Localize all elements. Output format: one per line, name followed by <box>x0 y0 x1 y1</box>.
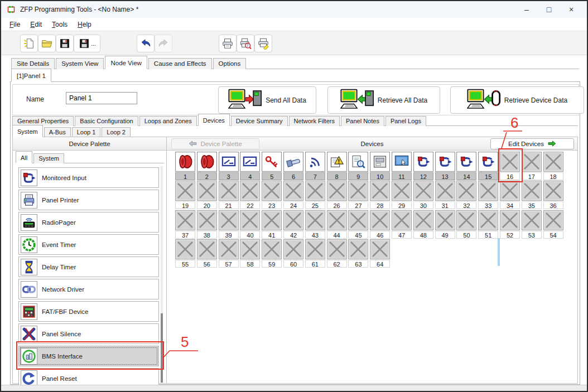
device-cell-26[interactable]: 26 <box>327 181 347 209</box>
send-all-data-button[interactable]: Send All Data <box>218 86 316 114</box>
device-cell-9[interactable]: 9 <box>348 152 368 180</box>
retrieve-all-data-button[interactable]: Retrieve All Data <box>327 86 440 114</box>
tab-panel-logs[interactable]: Panel Logs <box>385 116 426 126</box>
device-cell-53[interactable]: 53 <box>522 210 542 239</box>
device-cell-31[interactable]: 31 <box>435 181 455 209</box>
tab-node-view[interactable]: Node View <box>105 56 147 69</box>
tab-panel-notes[interactable]: Panel Notes <box>341 116 384 126</box>
palette-tab-system[interactable]: System <box>33 153 64 163</box>
palette-item-bms-interface[interactable]: BMS Interface <box>18 346 159 366</box>
tab--1-panel-1[interactable]: [1]Panel 1 <box>11 69 51 82</box>
minimize-button[interactable]: – <box>515 5 538 14</box>
device-cell-52[interactable]: 52 <box>500 210 520 239</box>
device-cell-44[interactable]: 44 <box>327 210 347 239</box>
device-cell-28[interactable]: 28 <box>370 181 390 209</box>
close-button[interactable]: × <box>560 5 582 14</box>
device-cell-47[interactable]: 47 <box>392 210 412 239</box>
device-cell-61[interactable]: 61 <box>305 239 325 268</box>
palette-item-delay-timer[interactable]: Delay Timer <box>18 257 159 277</box>
device-cell-57[interactable]: 57 <box>219 239 239 268</box>
device-cell-63[interactable]: 63 <box>348 239 368 268</box>
device-cell-30[interactable]: 30 <box>413 181 433 209</box>
retrieve-device-data-button[interactable]: Retrieve Device Data <box>450 86 584 114</box>
device-cell-35[interactable]: 35 <box>522 181 542 209</box>
palette-item-panel-silence[interactable]: Panel Silence <box>18 323 159 344</box>
panel-name-input[interactable] <box>66 92 137 104</box>
device-cell-46[interactable]: 46 <box>370 210 390 239</box>
device-cell-1[interactable]: 1 <box>175 152 195 180</box>
palette-tab-all[interactable]: All <box>16 151 32 163</box>
device-cell-51[interactable]: 51 <box>478 210 498 239</box>
edit-devices-button[interactable]: Edit Devices <box>490 138 574 149</box>
menu-edit[interactable]: Edit <box>25 19 47 30</box>
tab-a-bus[interactable]: A-Bus <box>44 127 71 137</box>
tab-basic-configuration[interactable]: Basic Configuration <box>75 116 138 126</box>
device-cell-18[interactable]: 18 <box>543 152 563 180</box>
device-cell-16[interactable]: 16 <box>500 152 520 180</box>
menu-tools[interactable]: Tools <box>47 19 73 30</box>
device-cell-33[interactable]: 33 <box>478 181 498 209</box>
tab-cause-and-effects[interactable]: Cause and Effects <box>148 58 212 69</box>
device-cell-48[interactable]: 48 <box>413 210 433 239</box>
device-cell-6[interactable]: 6 <box>283 152 303 180</box>
device-cell-19[interactable]: 19 <box>175 181 195 209</box>
device-cell-11[interactable]: 11 <box>392 152 412 180</box>
tab-system-view[interactable]: System View <box>56 58 104 69</box>
device-cell-8[interactable]: 8 <box>327 152 347 180</box>
palette-item-panel-printer[interactable]: Panel Printer <box>18 190 159 210</box>
device-cell-7[interactable]: 7 <box>305 152 325 180</box>
tab-device-summary[interactable]: Device Summary <box>231 116 288 126</box>
device-cell-24[interactable]: 24 <box>283 181 303 209</box>
device-cell-58[interactable]: 58 <box>240 239 260 268</box>
tab-options[interactable]: Options <box>213 58 247 69</box>
device-cell-59[interactable]: 59 <box>262 239 282 268</box>
open-file-button[interactable] <box>38 35 56 52</box>
redo-button[interactable] <box>155 35 172 52</box>
undo-button[interactable] <box>137 35 155 52</box>
device-cell-41[interactable]: 41 <box>262 210 282 239</box>
device-cell-15[interactable]: 15 <box>478 152 498 180</box>
palette-item-radiopager[interactable]: RadioPager <box>18 212 159 233</box>
maximize-button[interactable]: □ <box>538 5 560 14</box>
device-cell-29[interactable]: 29 <box>392 181 412 209</box>
device-cell-13[interactable]: 13 <box>435 152 455 180</box>
device-cell-21[interactable]: 21 <box>219 181 239 209</box>
device-cell-4[interactable]: 4 <box>240 152 260 180</box>
device-cell-50[interactable]: 50 <box>456 210 476 239</box>
device-cell-60[interactable]: 60 <box>283 239 303 268</box>
device-cell-23[interactable]: 23 <box>262 181 282 209</box>
device-cell-37[interactable]: 37 <box>175 210 195 239</box>
device-palette-back-button[interactable]: Device Palette <box>171 138 259 149</box>
device-cell-10[interactable]: 10 <box>370 152 390 180</box>
device-cell-49[interactable]: 49 <box>435 210 455 239</box>
menu-help[interactable]: Help <box>73 19 97 30</box>
device-cell-45[interactable]: 45 <box>348 210 368 239</box>
tab-loop-2[interactable]: Loop 2 <box>102 127 131 137</box>
tab-site-details[interactable]: Site Details <box>11 58 55 69</box>
device-cell-25[interactable]: 25 <box>305 181 325 209</box>
palette-item-network-driver[interactable]: Network Driver <box>18 279 159 299</box>
device-cell-2[interactable]: 2 <box>197 152 217 180</box>
device-cell-62[interactable]: 62 <box>327 239 347 268</box>
tab-system[interactable]: System <box>12 125 43 137</box>
device-cell-39[interactable]: 39 <box>219 210 239 239</box>
print-button[interactable] <box>219 35 237 52</box>
device-cell-34[interactable]: 34 <box>500 181 520 209</box>
device-cell-20[interactable]: 20 <box>197 181 217 209</box>
device-cell-3[interactable]: 3 <box>219 152 239 180</box>
device-cell-54[interactable]: 54 <box>543 210 563 239</box>
palette-item-event-timer[interactable]: Event Timer <box>18 234 159 255</box>
tab-network-filters[interactable]: Network Filters <box>289 116 340 126</box>
device-cell-42[interactable]: 42 <box>283 210 303 239</box>
device-cell-43[interactable]: 43 <box>305 210 325 239</box>
device-cell-5[interactable]: 5 <box>262 152 282 180</box>
palette-item-fat-fbf-device[interactable]: FAT/FBF Device <box>18 301 159 322</box>
new-file-button[interactable] <box>20 35 38 52</box>
device-cell-64[interactable]: 64 <box>370 239 390 268</box>
device-cell-22[interactable]: 22 <box>240 181 260 209</box>
tab-devices[interactable]: Devices <box>198 114 230 126</box>
tab-loops-and-zones[interactable]: Loops and Zones <box>139 116 197 126</box>
save-button[interactable] <box>56 35 74 52</box>
device-cell-27[interactable]: 27 <box>348 181 368 209</box>
palette-scrollbar-thumb[interactable] <box>161 313 163 383</box>
